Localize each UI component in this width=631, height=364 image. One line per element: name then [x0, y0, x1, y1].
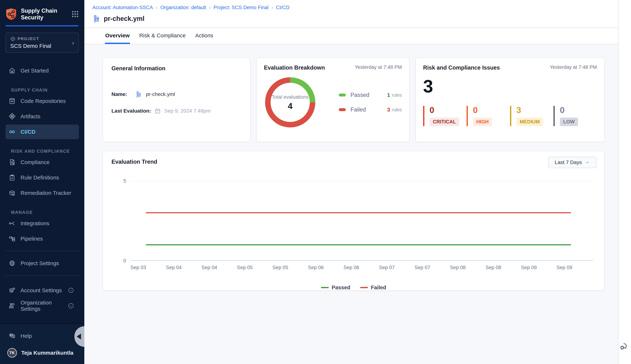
legend-failed: Failed: [360, 284, 386, 290]
low-count: 0: [560, 106, 597, 114]
divider: [5, 251, 79, 251]
home-icon: [9, 67, 16, 74]
help-chat-icon: ?: [9, 332, 16, 340]
page-content: General Information Name: pr-check.yml L…: [84, 44, 618, 364]
x-tick-label: Sep 03: [130, 265, 146, 270]
x-tick-label: Sep 09: [557, 265, 572, 270]
sidebar-item-label: Pipelines: [21, 236, 43, 242]
user-menu[interactable]: TK Teja Kummarikuntla: [6, 348, 79, 358]
chevron-down-icon: [585, 160, 590, 165]
severity-medium: 3 MEDIUM: [510, 106, 553, 126]
info-icon[interactable]: [68, 287, 74, 294]
sidebar-item-label: Artifacts: [21, 113, 40, 120]
tab-risk-compliance[interactable]: Risk & Compliance: [139, 28, 186, 44]
name-label: Name:: [111, 91, 132, 97]
evaluation-breakdown-card: Evaluation Breakdown Yesterday at 7:48 P…: [256, 58, 409, 142]
sidebar-item-project-settings[interactable]: Project Settings: [6, 256, 79, 270]
x-tick-label: Sep 07: [379, 265, 395, 270]
sidebar-item-label: CI/CD: [21, 129, 36, 135]
card-title: General Information: [111, 65, 242, 72]
sidebar-item-label: Account Settings: [21, 287, 62, 294]
sidebar-item-code-repositories[interactable]: Code Repositories: [6, 94, 79, 108]
integrations-icon: [9, 220, 16, 227]
chart-legend: Passed Failed: [111, 284, 596, 290]
sidebar-item-label: Rule Definitions: [21, 174, 59, 181]
x-tick-label: Sep 08: [450, 265, 466, 270]
remediation-box-icon: [9, 189, 16, 197]
total-issues-value: 3: [423, 77, 597, 95]
sidebar-accent-rule: [6, 25, 78, 26]
sidebar-section-supply-chain: SUPPLY CHAIN: [0, 88, 84, 93]
sidebar-item-label: Integrations: [21, 220, 49, 226]
x-tick-label: Sep 05: [272, 265, 288, 270]
sidebar-item-label: Organization Settings: [21, 300, 63, 312]
sidebar-item-label: Remediation Tracker: [21, 190, 71, 196]
sidebar-item-account-settings[interactable]: Account Settings: [6, 283, 79, 298]
name-value: pr-check.yml: [146, 91, 175, 97]
tab-overview[interactable]: Overview: [105, 28, 130, 44]
breadcrumb-project-link[interactable]: Project: SCS Demo Final: [214, 5, 269, 10]
sidebar-item-organization-settings[interactable]: Organization Settings: [6, 298, 79, 313]
general-information-card: General Information Name: pr-check.yml L…: [103, 58, 250, 142]
risk-compliance-issues-card: Risk and Compliance Issues Yesterday at …: [415, 58, 605, 142]
evaluation-trend-card: Evaluation Trend Last 7 Days 5 0: [103, 151, 605, 290]
chart-plot-area: 5 0: [131, 181, 593, 261]
severity-high: 0 HIGH: [467, 106, 510, 126]
failed-line-icon: [360, 287, 368, 288]
sidebar-item-label: Compliance: [21, 159, 50, 165]
chat-support-icon[interactable]: [620, 342, 629, 351]
sidebar-item-cicd[interactable]: CI/CD: [6, 124, 79, 139]
sidebar-item-pipelines[interactable]: Pipelines: [6, 232, 79, 246]
user-name: Teja Kummarikuntla: [21, 350, 74, 356]
breadcrumb-separator: ›: [272, 5, 273, 10]
breadcrumb-cicd-link[interactable]: CI/CD: [276, 5, 289, 10]
sidebar-item-integrations[interactable]: Integrations: [6, 216, 79, 231]
cube-icon: [10, 36, 16, 42]
card-title: Evaluation Trend: [111, 158, 596, 165]
sidebar-item-compliance[interactable]: Compliance: [6, 155, 79, 170]
page-header: Account: Automation-SSCA › Organization:…: [84, 0, 618, 28]
calendar-icon: [155, 108, 161, 114]
passed-pill-icon: [339, 94, 346, 96]
page-title: pr-check.yml: [104, 15, 144, 22]
sidebar-item-artifacts[interactable]: Artifacts: [6, 109, 79, 124]
svg-text:?: ?: [11, 334, 13, 336]
sidebar-item-label: Code Repositories: [21, 98, 66, 104]
sidebar-item-label: Project Settings: [21, 260, 59, 266]
card-timestamp: Yesterday at 7:48 PM: [355, 64, 402, 70]
sidebar-nav: Get Started SUPPLY CHAIN Code Repositori…: [0, 58, 84, 313]
y-axis-min-label: 0: [118, 258, 126, 264]
date-range-value: Last 7 Days: [555, 160, 582, 165]
sidebar-item-help[interactable]: ? Help: [6, 329, 79, 343]
x-axis-ticks: Sep 03Sep 04Sep 04Sep 05Sep 05Sep 06Sep …: [131, 265, 593, 276]
chevron-left-icon: [77, 334, 81, 340]
sidebar-item-get-started[interactable]: Get Started: [6, 63, 79, 78]
clipboard-check-icon: [9, 174, 16, 181]
breadcrumb-organization-link[interactable]: Organization: default: [160, 5, 206, 10]
chevron-right-icon: ›: [72, 39, 74, 46]
medium-badge: MEDIUM: [516, 118, 543, 126]
divider: [5, 276, 79, 276]
critical-count: 0: [430, 106, 467, 114]
x-tick-label: Sep 05: [237, 265, 253, 270]
sidebar-item-rule-definitions[interactable]: Rule Definitions: [6, 170, 79, 185]
passed-count: 1: [387, 92, 390, 98]
apps-grid-icon[interactable]: [72, 10, 79, 18]
org-chart-gear-icon: [9, 302, 16, 310]
breadcrumb-account-link[interactable]: Account: Automation-SSCA: [92, 5, 153, 10]
legend-failed: Failed 3 rules: [339, 106, 402, 113]
info-icon[interactable]: [68, 303, 74, 309]
app-title: Supply Chain Security: [21, 7, 68, 21]
tabs-bar: Overview Risk & Compliance Actions: [84, 28, 618, 44]
last-evaluation-label: Last Evaluation:: [111, 108, 151, 114]
tab-actions[interactable]: Actions: [195, 28, 214, 44]
artifacts-icon: [9, 113, 16, 120]
failed-count: 3: [387, 107, 390, 113]
date-range-dropdown[interactable]: Last 7 Days: [548, 157, 596, 168]
sidebar-item-remediation-tracker[interactable]: Remediation Tracker: [6, 186, 79, 200]
gear-icon: [9, 260, 16, 267]
project-selector[interactable]: PROJECT SCS Demo Final ›: [6, 32, 79, 53]
x-tick-label: Sep 09: [521, 265, 537, 270]
compliance-doc-icon: [9, 158, 16, 166]
high-badge: HIGH: [473, 118, 492, 126]
